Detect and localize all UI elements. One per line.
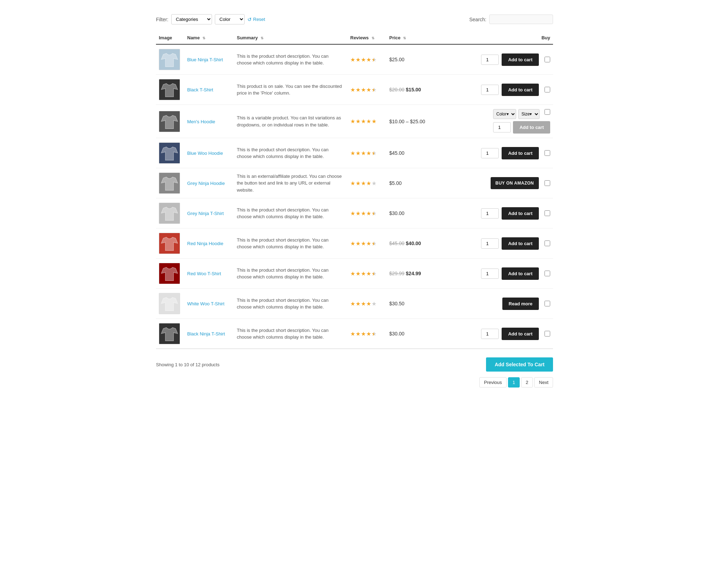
star-full: ★ (366, 270, 371, 277)
product-reviews-cell: ★★★★★★ (347, 259, 386, 289)
categories-select[interactable]: Categories (171, 14, 212, 24)
add-selected-button[interactable]: Add Selected To Cart (486, 357, 553, 372)
product-summary: This is the product short description. Y… (237, 237, 329, 250)
page-1-button[interactable]: 1 (508, 377, 520, 388)
quantity-input[interactable] (481, 85, 499, 95)
product-buy-cell: BUY ON AMAZON (429, 168, 553, 198)
product-reviews-cell: ★★★★★★ (347, 228, 386, 259)
product-image (159, 142, 180, 164)
color-select[interactable]: Color (215, 14, 245, 24)
quantity-input[interactable] (493, 122, 511, 132)
product-summary: This is the product short description. Y… (237, 207, 329, 220)
row-select-checkbox[interactable] (545, 57, 550, 62)
header-name[interactable]: Name ⇅ (184, 32, 234, 44)
next-page-button[interactable]: Next (534, 377, 553, 388)
star-full: ★ (356, 300, 361, 307)
star-rating: ★★★★★ (350, 118, 384, 125)
product-link[interactable]: Blue Ninja T-Shirt (187, 57, 223, 62)
sale-price: $15.00 (406, 87, 421, 92)
row-select-checkbox[interactable] (545, 87, 550, 92)
row-select-checkbox[interactable] (545, 150, 550, 156)
product-price: $45.00$40.00 (389, 241, 421, 246)
quantity-input[interactable] (481, 208, 499, 219)
row-select-checkbox[interactable] (545, 301, 550, 306)
product-link[interactable]: Grey Ninja Hoodie (187, 181, 225, 186)
buy-controls: Add to cart (432, 328, 550, 340)
add-to-cart-button[interactable]: Add to cart (502, 53, 539, 66)
star-full: ★ (350, 330, 355, 337)
product-link[interactable]: Red Woo T-Shirt (187, 271, 221, 276)
size-variation-select[interactable]: Size▾ (518, 109, 540, 119)
quantity-input[interactable] (481, 329, 499, 339)
add-to-cart-button[interactable]: Add to cart (502, 267, 539, 280)
add-to-cart-button[interactable]: Add to cart (502, 328, 539, 340)
product-image (159, 49, 180, 70)
product-link[interactable]: Men's Hoodie (187, 119, 215, 124)
add-to-cart-button[interactable]: Add to cart (502, 147, 539, 159)
star-full: ★ (366, 210, 371, 217)
star-full: ★ (350, 270, 355, 277)
product-reviews-cell: ★★★★★★ (347, 198, 386, 228)
buy-controls: Add to cart (432, 53, 550, 66)
quantity-input[interactable] (481, 148, 499, 158)
color-variation-select[interactable]: Color▾ (493, 109, 516, 119)
product-link[interactable]: Grey Ninja T-Shirt (187, 211, 224, 216)
add-to-cart-button[interactable]: Add to cart (502, 84, 539, 96)
row-select-checkbox[interactable] (545, 331, 550, 337)
product-summary-cell: This is a variable product. You can list… (234, 105, 347, 138)
product-name-cell: Black T-Shirt (184, 75, 234, 105)
row-select-checkbox[interactable] (545, 271, 550, 276)
row-select-checkbox[interactable] (545, 241, 550, 246)
product-price: $10.00 – $25.00 (389, 119, 425, 124)
product-link[interactable]: Red Ninja Hoodie (187, 241, 223, 246)
page-2-button[interactable]: 2 (521, 377, 533, 388)
reset-button[interactable]: ↺ Reset (247, 17, 265, 22)
row-select-checkbox[interactable] (545, 109, 550, 115)
buy-on-amazon-button[interactable]: BUY ON AMAZON (491, 177, 539, 189)
product-price: $20.00$15.00 (389, 87, 421, 92)
star-half: ★★ (372, 210, 376, 217)
star-rating: ★★★★★★ (350, 210, 384, 217)
products-table: Image Name ⇅ Summary ⇅ Reviews ⇅ Price ⇅ (156, 32, 553, 349)
reset-icon: ↺ (247, 17, 252, 22)
product-image (159, 263, 180, 284)
header-price[interactable]: Price ⇅ (386, 32, 429, 44)
product-link[interactable]: Black T-Shirt (187, 87, 213, 92)
product-reviews-cell: ★★★★★ (347, 105, 386, 138)
header-summary[interactable]: Summary ⇅ (234, 32, 347, 44)
add-to-cart-button[interactable]: Add to cart (502, 237, 539, 250)
product-buy-cell: Add to cart (429, 259, 553, 289)
product-reviews-cell: ★★★★★ (347, 168, 386, 198)
product-name-cell: Red Woo T-Shirt (184, 259, 234, 289)
product-image-cell (156, 228, 184, 259)
quantity-input[interactable] (481, 238, 499, 249)
product-image (159, 323, 180, 344)
product-image-cell (156, 44, 184, 75)
table-row: Black T-ShirtThis product is on sale. Yo… (156, 75, 553, 105)
product-image-cell (156, 105, 184, 138)
add-to-cart-button[interactable]: Add to cart (513, 121, 550, 134)
quantity-input[interactable] (481, 268, 499, 279)
star-full: ★ (366, 180, 371, 187)
star-full: ★ (366, 330, 371, 337)
previous-page-button[interactable]: Previous (479, 377, 507, 388)
row-select-checkbox[interactable] (545, 180, 550, 186)
product-buy-cell: Add to cart (429, 198, 553, 228)
product-price-cell: $45.00$40.00 (386, 228, 429, 259)
read-more-button[interactable]: Read more (502, 298, 539, 310)
add-to-cart-button[interactable]: Add to cart (502, 207, 539, 220)
buy-controls: Add to cart (432, 267, 550, 280)
buy-controls: Add to cart (432, 84, 550, 96)
product-price-cell: $5.00 (386, 168, 429, 198)
product-image (159, 233, 180, 254)
header-reviews[interactable]: Reviews ⇅ (347, 32, 386, 44)
product-link[interactable]: Black Ninja T-Shirt (187, 331, 225, 337)
product-link[interactable]: White Woo T-Shirt (187, 301, 224, 306)
search-input[interactable] (489, 15, 553, 24)
star-full: ★ (350, 180, 355, 187)
product-price: $5.00 (389, 180, 402, 186)
product-link[interactable]: Blue Woo Hoodie (187, 151, 223, 156)
quantity-input[interactable] (481, 55, 499, 65)
row-select-checkbox[interactable] (545, 210, 550, 216)
header-buy: Buy (429, 32, 553, 44)
